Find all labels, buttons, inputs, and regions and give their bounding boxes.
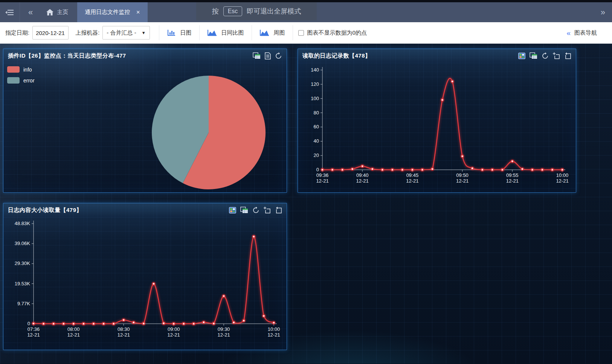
day-compare-chart-label: 日同比图	[221, 29, 244, 37]
zoom-area-icon[interactable]	[264, 207, 271, 214]
svg-text:10:00: 10:00	[268, 326, 280, 332]
filter-toolbar: 指定日期: 上报机器: - 合并汇总 - ▼ 日图 日同比图 周图	[0, 22, 612, 44]
document-icon[interactable]	[265, 52, 271, 59]
toolbar-divider	[293, 25, 293, 40]
restore-icon[interactable]	[275, 207, 282, 214]
panel-header: 日志内容大小读取量【479】	[3, 203, 287, 217]
panel-title: 读取的日志记录数【478】	[302, 52, 371, 59]
svg-text:12-21: 12-21	[356, 178, 369, 184]
svg-text:12-21: 12-21	[316, 178, 328, 184]
esc-key-badge: Esc	[223, 6, 243, 16]
area-chart-icon	[207, 29, 217, 37]
refresh-icon[interactable]	[275, 52, 282, 59]
svg-text:12-21: 12-21	[556, 178, 568, 184]
svg-text:12-21: 12-21	[118, 332, 130, 338]
toolbar-divider	[252, 25, 252, 40]
copy-table-icon[interactable]	[530, 52, 537, 59]
fullscreen-exit-toast: 按 Esc 即可退出全屏模式	[196, 2, 317, 20]
refresh-icon[interactable]	[542, 52, 549, 59]
svg-text:09:30: 09:30	[218, 326, 230, 332]
legend-item-info[interactable]: info	[7, 66, 35, 73]
svg-text:09:45: 09:45	[406, 172, 419, 178]
home-label: 主页	[57, 9, 68, 16]
svg-text:29.30K: 29.30K	[15, 260, 31, 266]
collapse-sidebar-icon[interactable]	[0, 2, 20, 22]
svg-text:12-21: 12-21	[27, 332, 40, 338]
svg-text:20: 20	[314, 152, 319, 158]
area-chart-icon	[259, 29, 269, 37]
chevron-left-double-icon: «	[566, 29, 571, 37]
svg-text:80: 80	[314, 110, 319, 116]
tabs-scroll-right-icon[interactable]: »	[592, 8, 612, 17]
svg-text:09:50: 09:50	[456, 172, 469, 178]
refresh-icon[interactable]	[252, 207, 259, 214]
svg-text:60: 60	[314, 124, 319, 129]
zoom-area-icon[interactable]	[553, 52, 560, 59]
svg-text:19.53K: 19.53K	[15, 281, 31, 286]
day-chart-label: 日图	[180, 29, 192, 37]
svg-text:48.83K: 48.83K	[15, 221, 31, 226]
svg-text:09:00: 09:00	[168, 326, 180, 332]
legend-label-info: info	[23, 67, 32, 73]
bar-chart-icon	[167, 29, 176, 37]
toolbar-divider	[159, 25, 159, 40]
grid-view-icon[interactable]	[518, 53, 525, 59]
navbar: « 主页 通用日志文件监控 ✕ » 按 Esc 即可退出全屏模式	[0, 2, 612, 22]
machine-label: 上报机器:	[75, 29, 99, 37]
svg-text:12-21: 12-21	[267, 332, 280, 338]
toast-text-prefix: 按	[212, 7, 219, 16]
svg-text:12-21: 12-21	[67, 332, 80, 338]
legend-label-error: error	[23, 78, 35, 84]
svg-text:39.06K: 39.06K	[15, 241, 31, 246]
grid-view-icon[interactable]	[229, 207, 236, 213]
chevron-down-icon: ▼	[142, 30, 146, 35]
machine-select-value: - 合并汇总 -	[107, 29, 136, 37]
svg-text:40: 40	[314, 138, 319, 144]
panel-header: 读取的日志记录数【478】	[298, 49, 576, 62]
svg-text:12-21: 12-21	[456, 178, 469, 184]
panel-header: 插件ID【26】监控点：当天日志类型分布-477	[3, 49, 287, 62]
dashboard-canvas: 插件ID【26】监控点：当天日志类型分布-477	[0, 44, 612, 364]
svg-text:08:00: 08:00	[67, 326, 80, 332]
pie-legend: info error	[7, 66, 35, 88]
chart-navigation-link[interactable]: « 图表导航	[566, 29, 607, 37]
week-chart-button[interactable]: 周图	[257, 29, 287, 37]
line-chart-area: 09.77K19.53K29.30K39.06K48.83K07:3612-21…	[3, 217, 287, 352]
tab-log-monitor[interactable]: 通用日志文件监控 ✕	[77, 2, 148, 22]
svg-text:140: 140	[311, 67, 319, 73]
copy-table-icon[interactable]	[240, 207, 248, 213]
day-compare-chart-button[interactable]: 日同比图	[205, 29, 246, 37]
svg-text:12-21: 12-21	[217, 332, 230, 338]
toast-text-suffix: 即可退出全屏模式	[247, 7, 301, 16]
tab-label: 通用日志文件监控	[85, 9, 130, 16]
panel-log-type-pie: 插件ID【26】监控点：当天日志类型分布-477	[3, 49, 287, 193]
tab-close-icon[interactable]: ✕	[136, 9, 140, 15]
legend-swatch-error	[7, 77, 20, 84]
svg-text:09:40: 09:40	[356, 172, 369, 178]
legend-item-error[interactable]: error	[7, 77, 35, 84]
machine-select[interactable]: - 合并汇总 - ▼	[102, 26, 150, 40]
line-chart-area: 02040608010012014009:3612-2109:4012-2109…	[298, 62, 576, 195]
pie-chart[interactable]	[3, 62, 287, 193]
svg-text:09:36: 09:36	[316, 172, 329, 178]
tabs-scroll-left-icon[interactable]: «	[20, 8, 41, 17]
hide-zero-points-checkbox[interactable]: 图表不显示数据为0的点	[298, 29, 367, 37]
legend-swatch-info	[7, 66, 20, 73]
restore-icon[interactable]	[564, 52, 571, 59]
chart-navigation-label: 图表导航	[574, 29, 597, 37]
svg-text:12-21: 12-21	[506, 178, 519, 184]
nav-home[interactable]: 主页	[41, 9, 77, 16]
svg-text:07:36: 07:36	[27, 326, 40, 332]
pie-chart-area: info error	[3, 62, 287, 195]
checkbox-box[interactable]	[298, 30, 304, 36]
line-chart-479[interactable]: 09.77K19.53K29.30K39.06K48.83K07:3612-21…	[3, 217, 287, 350]
svg-text:100: 100	[311, 96, 319, 101]
svg-text:9.77K: 9.77K	[17, 301, 30, 306]
date-input[interactable]	[32, 26, 69, 40]
home-icon	[46, 9, 53, 15]
copy-table-icon[interactable]	[253, 52, 261, 59]
line-chart-478[interactable]: 02040608010012014009:3612-2109:4012-2109…	[298, 62, 577, 193]
day-chart-button[interactable]: 日图	[165, 29, 194, 37]
svg-text:09:55: 09:55	[506, 172, 519, 178]
panel-title: 日志内容大小读取量【479】	[8, 207, 82, 214]
